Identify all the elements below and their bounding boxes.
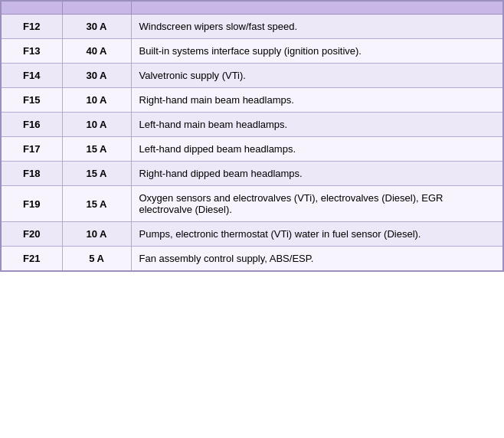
table-row: F1815 ARight-hand dipped beam headlamps. bbox=[1, 162, 503, 186]
header-functions bbox=[131, 1, 503, 15]
fuse-number: F12 bbox=[1, 15, 62, 39]
table-header-row bbox=[1, 1, 503, 15]
table-row: F1340 ABuilt-in systems interface supply… bbox=[1, 39, 503, 64]
fuse-rating: 10 A bbox=[62, 113, 131, 137]
fuse-number: F20 bbox=[1, 222, 62, 247]
table-row: F1430 AValvetronic supply (VTi). bbox=[1, 64, 503, 88]
table-row: F1230 AWindscreen wipers slow/fast speed… bbox=[1, 15, 503, 39]
fuse-number: F18 bbox=[1, 162, 62, 186]
table-row: F2010 APumps, electronic thermostat (VTi… bbox=[1, 222, 503, 247]
table-row: F1715 ALeft-hand dipped beam headlamps. bbox=[1, 137, 503, 162]
fuse-number: F13 bbox=[1, 39, 62, 64]
fuse-rating: 15 A bbox=[62, 186, 131, 222]
header-fuse bbox=[1, 1, 62, 15]
fuse-rating: 30 A bbox=[62, 64, 131, 88]
table-row: F1510 ARight-hand main beam headlamps. bbox=[1, 88, 503, 113]
fuse-functions: Windscreen wipers slow/fast speed. bbox=[131, 15, 503, 39]
fuse-rating: 30 A bbox=[62, 15, 131, 39]
fuse-rating: 40 A bbox=[62, 39, 131, 64]
fuse-rating: 10 A bbox=[62, 88, 131, 113]
fuse-functions: Built-in systems interface supply (ignit… bbox=[131, 39, 503, 64]
fuse-rating: 10 A bbox=[62, 222, 131, 247]
fuse-number: F19 bbox=[1, 186, 62, 222]
fuse-rating: 15 A bbox=[62, 162, 131, 186]
fuse-functions: Fan assembly control supply, ABS/ESP. bbox=[131, 247, 503, 272]
fuse-number: F17 bbox=[1, 137, 62, 162]
header-rating bbox=[62, 1, 131, 15]
fuse-functions: Pumps, electronic thermostat (VTi) water… bbox=[131, 222, 503, 247]
table-row: F1915 AOxygen sensors and electrovalves … bbox=[1, 186, 503, 222]
fuse-number: F16 bbox=[1, 113, 62, 137]
fuse-functions: Oxygen sensors and electrovalves (VTi), … bbox=[131, 186, 503, 222]
fuse-number: F21 bbox=[1, 247, 62, 272]
fuse-rating: 15 A bbox=[62, 137, 131, 162]
table-row: F215 AFan assembly control supply, ABS/E… bbox=[1, 247, 503, 272]
fuse-functions: Right-hand main beam headlamps. bbox=[131, 88, 503, 113]
fuse-functions: Right-hand dipped beam headlamps. bbox=[131, 162, 503, 186]
fuse-functions: Left-hand main beam headlamps. bbox=[131, 113, 503, 137]
fuse-functions: Left-hand dipped beam headlamps. bbox=[131, 137, 503, 162]
fuse-number: F15 bbox=[1, 88, 62, 113]
fuse-functions: Valvetronic supply (VTi). bbox=[131, 64, 503, 88]
fuse-number: F14 bbox=[1, 64, 62, 88]
table-row: F1610 ALeft-hand main beam headlamps. bbox=[1, 113, 503, 137]
fuse-rating: 5 A bbox=[62, 247, 131, 272]
fuse-table: F1230 AWindscreen wipers slow/fast speed… bbox=[0, 0, 504, 272]
